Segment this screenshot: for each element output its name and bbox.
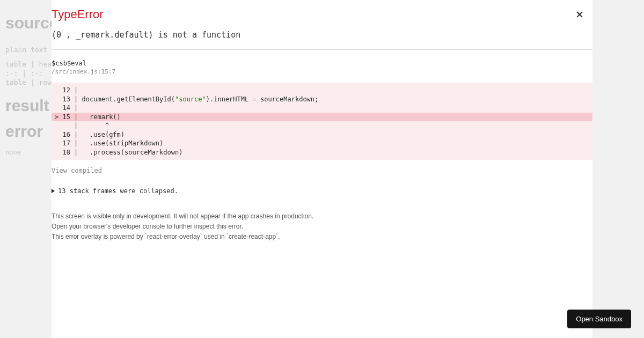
divider <box>52 49 592 50</box>
code-snippet: 12 | 13 | document.getElementById("sourc… <box>52 83 592 160</box>
code-line-14: 14 | <box>52 104 85 112</box>
footer-line-3: This error overlay is powered by `react-… <box>52 232 592 241</box>
error-title: TypeError <box>52 8 592 21</box>
bg-subheading: plain text <box>5 46 58 53</box>
code-line-caret: | ^ <box>52 122 112 129</box>
bg-heading-result: result <box>5 98 58 114</box>
chevron-right-icon <box>52 189 55 193</box>
stack-frame-name: $csb$eval <box>52 60 592 67</box>
code-line-16: 16 | .use(gfm) <box>52 131 128 138</box>
footer-line-1: This screen is visible only in developme… <box>52 212 592 221</box>
error-overlay-panel: TypeError (0 , _remark.default) is not a… <box>52 0 592 338</box>
code-line-13: 13 | document.getElementById("source").i… <box>52 95 321 103</box>
stack-frame-location: /src/index.js:15:7 <box>52 68 592 75</box>
bg-error-value: none <box>5 149 58 156</box>
bg-heading-source: source <box>5 15 58 31</box>
code-line-12: 12 | <box>52 86 85 94</box>
bg-heading-error: error <box>5 123 58 139</box>
collapsed-frames-label: 13 stack frames were collapsed. <box>58 187 178 195</box>
bg-line-1: table | hea <box>5 61 58 68</box>
code-line-15-highlight: > 15 | remark() <box>52 113 592 122</box>
error-message: (0 , _remark.default) is not a function <box>52 30 592 40</box>
footer-line-2: Open your browser's developer console to… <box>52 222 592 231</box>
open-sandbox-button[interactable]: Open Sandbox <box>567 310 631 328</box>
bg-line-2: :-: | :-: <box>5 70 58 77</box>
overlay-footer: This screen is visible only in developme… <box>52 212 592 241</box>
collapsed-frames-toggle[interactable]: 13 stack frames were collapsed. <box>52 187 592 195</box>
bg-line-3: table | row <box>5 79 58 86</box>
view-compiled-link[interactable]: View compiled <box>52 167 102 174</box>
close-icon[interactable] <box>575 10 585 19</box>
code-line-18: 18 | .process(sourceMarkdown) <box>52 149 186 156</box>
code-line-17: 17 | .use(stripMarkdown) <box>52 139 166 147</box>
